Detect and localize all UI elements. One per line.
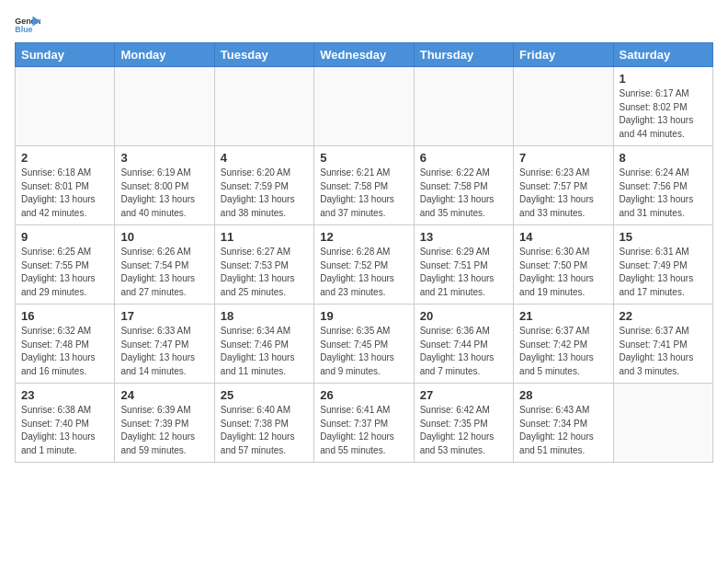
calendar-cell: 9Sunrise: 6:25 AM Sunset: 7:55 PM Daylig…	[16, 225, 115, 304]
day-number: 28	[519, 388, 607, 402]
calendar-cell	[115, 67, 214, 146]
day-number: 23	[21, 388, 108, 402]
day-number: 7	[519, 151, 607, 165]
day-info: Sunrise: 6:36 AM Sunset: 7:44 PM Dayligh…	[420, 325, 507, 378]
day-number: 15	[620, 230, 707, 244]
day-number: 19	[320, 309, 407, 323]
day-number: 21	[519, 309, 607, 323]
calendar-cell: 14Sunrise: 6:30 AM Sunset: 7:50 PM Dayli…	[514, 225, 613, 304]
day-number: 3	[120, 151, 208, 165]
calendar-cell: 10Sunrise: 6:26 AM Sunset: 7:54 PM Dayli…	[115, 225, 214, 304]
day-number: 26	[320, 388, 407, 402]
day-number: 6	[420, 151, 507, 165]
day-number: 2	[21, 151, 108, 165]
calendar-cell: 7Sunrise: 6:23 AM Sunset: 7:57 PM Daylig…	[514, 146, 613, 225]
day-info: Sunrise: 6:23 AM Sunset: 7:57 PM Dayligh…	[519, 167, 607, 220]
calendar-body: 1Sunrise: 6:17 AM Sunset: 8:02 PM Daylig…	[16, 67, 713, 463]
calendar-cell: 27Sunrise: 6:42 AM Sunset: 7:35 PM Dayli…	[414, 384, 513, 463]
calendar-week-5: 23Sunrise: 6:38 AM Sunset: 7:40 PM Dayli…	[16, 384, 713, 463]
calendar-cell: 13Sunrise: 6:29 AM Sunset: 7:51 PM Dayli…	[414, 225, 513, 304]
day-info: Sunrise: 6:32 AM Sunset: 7:48 PM Dayligh…	[21, 325, 108, 378]
calendar-cell: 6Sunrise: 6:22 AM Sunset: 7:58 PM Daylig…	[414, 146, 513, 225]
day-info: Sunrise: 6:41 AM Sunset: 7:37 PM Dayligh…	[320, 404, 407, 457]
logo-icon: General Blue	[15, 15, 40, 35]
day-info: Sunrise: 6:33 AM Sunset: 7:47 PM Dayligh…	[120, 325, 208, 378]
calendar-cell: 16Sunrise: 6:32 AM Sunset: 7:48 PM Dayli…	[16, 304, 115, 384]
calendar-cell: 3Sunrise: 6:19 AM Sunset: 8:00 PM Daylig…	[115, 146, 214, 225]
weekday-header-saturday: Saturday	[613, 43, 712, 67]
calendar-cell	[613, 384, 712, 463]
calendar-cell: 8Sunrise: 6:24 AM Sunset: 7:56 PM Daylig…	[613, 146, 712, 225]
day-info: Sunrise: 6:22 AM Sunset: 7:58 PM Dayligh…	[420, 167, 507, 220]
day-info: Sunrise: 6:18 AM Sunset: 8:01 PM Dayligh…	[21, 167, 108, 220]
weekday-header-row: SundayMondayTuesdayWednesdayThursdayFrid…	[16, 43, 713, 67]
calendar-cell	[414, 67, 513, 146]
calendar-week-1: 1Sunrise: 6:17 AM Sunset: 8:02 PM Daylig…	[16, 67, 713, 146]
day-number: 5	[320, 151, 407, 165]
day-number: 22	[620, 309, 707, 323]
calendar-cell	[514, 67, 613, 146]
day-number: 11	[221, 230, 308, 244]
day-info: Sunrise: 6:25 AM Sunset: 7:55 PM Dayligh…	[21, 246, 108, 299]
day-number: 4	[221, 151, 308, 165]
day-info: Sunrise: 6:43 AM Sunset: 7:34 PM Dayligh…	[519, 404, 607, 457]
day-info: Sunrise: 6:34 AM Sunset: 7:46 PM Dayligh…	[221, 325, 308, 378]
day-info: Sunrise: 6:28 AM Sunset: 7:52 PM Dayligh…	[320, 246, 407, 299]
day-info: Sunrise: 6:30 AM Sunset: 7:50 PM Dayligh…	[519, 246, 607, 299]
day-number: 24	[120, 388, 208, 402]
calendar-cell: 28Sunrise: 6:43 AM Sunset: 7:34 PM Dayli…	[514, 384, 613, 463]
day-info: Sunrise: 6:21 AM Sunset: 7:58 PM Dayligh…	[320, 167, 407, 220]
calendar-week-3: 9Sunrise: 6:25 AM Sunset: 7:55 PM Daylig…	[16, 225, 713, 304]
calendar-cell: 20Sunrise: 6:36 AM Sunset: 7:44 PM Dayli…	[414, 304, 513, 384]
day-number: 16	[21, 309, 108, 323]
day-info: Sunrise: 6:17 AM Sunset: 8:02 PM Dayligh…	[620, 87, 707, 141]
day-info: Sunrise: 6:39 AM Sunset: 7:39 PM Dayligh…	[120, 404, 208, 457]
calendar-cell: 1Sunrise: 6:17 AM Sunset: 8:02 PM Daylig…	[613, 67, 712, 146]
day-info: Sunrise: 6:20 AM Sunset: 7:59 PM Dayligh…	[221, 167, 308, 220]
day-info: Sunrise: 6:37 AM Sunset: 7:41 PM Dayligh…	[620, 325, 707, 378]
day-number: 1	[620, 72, 707, 86]
calendar-cell: 11Sunrise: 6:27 AM Sunset: 7:53 PM Dayli…	[214, 225, 313, 304]
weekday-header-sunday: Sunday	[16, 43, 115, 67]
page-header: General Blue	[15, 15, 713, 35]
calendar-cell: 12Sunrise: 6:28 AM Sunset: 7:52 PM Dayli…	[314, 225, 414, 304]
calendar-cell	[314, 67, 414, 146]
weekday-header-monday: Monday	[115, 43, 214, 67]
day-info: Sunrise: 6:37 AM Sunset: 7:42 PM Dayligh…	[519, 325, 607, 378]
calendar-cell: 2Sunrise: 6:18 AM Sunset: 8:01 PM Daylig…	[16, 146, 115, 225]
day-info: Sunrise: 6:42 AM Sunset: 7:35 PM Dayligh…	[420, 404, 507, 457]
day-info: Sunrise: 6:26 AM Sunset: 7:54 PM Dayligh…	[120, 246, 208, 299]
weekday-header-friday: Friday	[514, 43, 613, 67]
calendar-table: SundayMondayTuesdayWednesdayThursdayFrid…	[15, 42, 713, 463]
calendar-cell: 24Sunrise: 6:39 AM Sunset: 7:39 PM Dayli…	[115, 384, 214, 463]
calendar-cell: 5Sunrise: 6:21 AM Sunset: 7:58 PM Daylig…	[314, 146, 414, 225]
calendar-cell: 18Sunrise: 6:34 AM Sunset: 7:46 PM Dayli…	[214, 304, 313, 384]
day-number: 17	[120, 309, 208, 323]
day-info: Sunrise: 6:29 AM Sunset: 7:51 PM Dayligh…	[420, 246, 507, 299]
calendar-cell	[16, 67, 115, 146]
day-info: Sunrise: 6:31 AM Sunset: 7:49 PM Dayligh…	[620, 246, 707, 299]
day-info: Sunrise: 6:19 AM Sunset: 8:00 PM Dayligh…	[120, 167, 208, 220]
day-number: 8	[620, 151, 707, 165]
calendar-cell: 25Sunrise: 6:40 AM Sunset: 7:38 PM Dayli…	[214, 384, 313, 463]
calendar-week-2: 2Sunrise: 6:18 AM Sunset: 8:01 PM Daylig…	[16, 146, 713, 225]
calendar-cell	[214, 67, 313, 146]
day-info: Sunrise: 6:38 AM Sunset: 7:40 PM Dayligh…	[21, 404, 108, 457]
weekday-header-thursday: Thursday	[414, 43, 513, 67]
day-number: 13	[420, 230, 507, 244]
weekday-header-tuesday: Tuesday	[214, 43, 313, 67]
day-info: Sunrise: 6:27 AM Sunset: 7:53 PM Dayligh…	[221, 246, 308, 299]
calendar-cell: 21Sunrise: 6:37 AM Sunset: 7:42 PM Dayli…	[514, 304, 613, 384]
calendar-cell: 17Sunrise: 6:33 AM Sunset: 7:47 PM Dayli…	[115, 304, 214, 384]
logo: General Blue	[15, 15, 40, 35]
day-number: 9	[21, 230, 108, 244]
calendar-cell: 23Sunrise: 6:38 AM Sunset: 7:40 PM Dayli…	[16, 384, 115, 463]
day-info: Sunrise: 6:24 AM Sunset: 7:56 PM Dayligh…	[620, 167, 707, 220]
calendar-cell: 15Sunrise: 6:31 AM Sunset: 7:49 PM Dayli…	[613, 225, 712, 304]
day-number: 18	[221, 309, 308, 323]
weekday-header-wednesday: Wednesday	[314, 43, 414, 67]
day-info: Sunrise: 6:40 AM Sunset: 7:38 PM Dayligh…	[221, 404, 308, 457]
calendar-cell: 22Sunrise: 6:37 AM Sunset: 7:41 PM Dayli…	[613, 304, 712, 384]
day-number: 10	[120, 230, 208, 244]
day-number: 27	[420, 388, 507, 402]
